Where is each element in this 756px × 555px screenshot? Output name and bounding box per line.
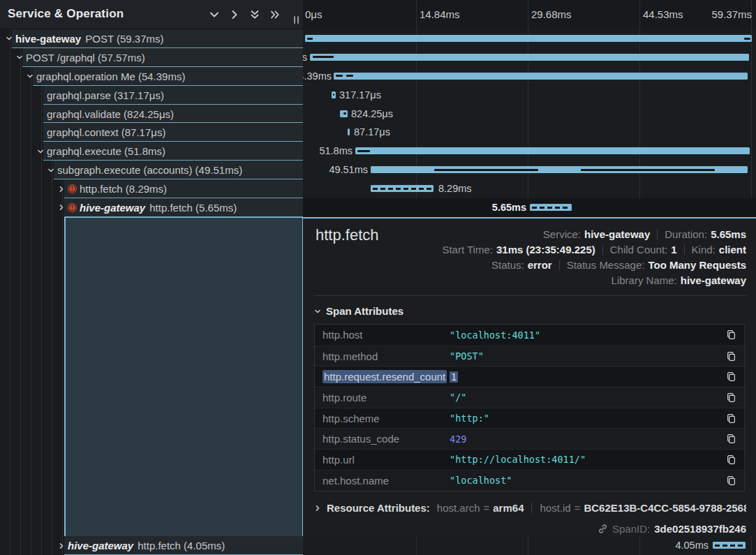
child-span-segment xyxy=(581,169,715,171)
span-duration-bar[interactable] xyxy=(305,35,752,42)
ruler-tick-label: 29.68ms xyxy=(531,8,572,20)
tree-span-row[interactable]: hive-gatewayPOST (59.37ms) xyxy=(0,29,303,48)
chevron-down-icon[interactable] xyxy=(16,54,26,61)
chevron-right-icon[interactable] xyxy=(58,542,68,549)
span-duration-bar[interactable] xyxy=(348,128,350,135)
tree-row-content: POST /graphql (57.57ms) xyxy=(16,48,145,67)
timeline-span-row[interactable]: 5.65ms xyxy=(303,198,756,217)
attribute-value: "POST" xyxy=(450,350,726,362)
timeline-rows: 57.57ms54.39ms317.17μs824.25μs87.17μs51.… xyxy=(303,29,756,217)
attribute-key: net.host.name xyxy=(323,475,448,487)
chevron-down-icon[interactable] xyxy=(6,35,15,42)
chevrons-down-icon[interactable] xyxy=(249,9,260,20)
meta-value: Too Many Requests xyxy=(648,259,746,271)
tree-span-row[interactable]: graphql.operation Me (54.39ms) xyxy=(0,67,303,86)
attribute-key: http.host xyxy=(323,329,448,341)
child-span-segment xyxy=(313,56,334,58)
attribute-key: http.method xyxy=(323,350,448,362)
meta-label: Kind: xyxy=(692,244,716,256)
span-detail-panel: http.fetch Service:hive-gatewayDuration:… xyxy=(303,217,756,536)
attribute-value: "localhost:4011" xyxy=(450,330,726,341)
resource-attributes-row[interactable]: Resource Attributes: host.arch=arm64host… xyxy=(314,502,746,514)
attribute-row[interactable]: http.host"localhost:4011" xyxy=(315,325,744,346)
tree-span-row[interactable]: POST /graphql (57.57ms) xyxy=(0,48,303,67)
span-duration-label: 57.57ms xyxy=(303,52,307,63)
copy-icon[interactable] xyxy=(726,392,736,403)
attribute-row[interactable]: net.host.name"localhost" xyxy=(315,470,744,491)
timeline-span-row[interactable]: 57.57ms xyxy=(303,48,756,67)
attribute-row[interactable]: http.route"/" xyxy=(315,387,744,408)
attribute-row[interactable]: http.method"POST" xyxy=(315,346,744,367)
copy-icon[interactable] xyxy=(726,351,736,362)
meta-divider xyxy=(602,244,603,255)
chevron-down-icon[interactable] xyxy=(47,167,57,174)
tree-span-row[interactable]: hive-gatewayhttp.fetch (4.05ms) xyxy=(0,536,303,555)
span-label: hive-gatewayhttp.fetch (4.05ms) xyxy=(68,540,225,552)
child-span-segment xyxy=(346,75,353,77)
tree-span-row[interactable]: subgraph.execute (accounts) (49.51ms) xyxy=(0,161,303,179)
attribute-value: "http://localhost:4011/" xyxy=(450,454,726,465)
attribute-value: 1 xyxy=(450,371,726,383)
chevron-down-icon xyxy=(314,308,321,315)
span-duration-bar[interactable] xyxy=(371,185,433,192)
copy-icon[interactable] xyxy=(726,330,736,340)
tree-span-row[interactable]: graphql.parse (317.17μs) xyxy=(0,86,303,105)
service-name: hive-gateway xyxy=(68,540,133,552)
timeline-span-row[interactable]: 49.51ms xyxy=(303,161,756,179)
resource-value: arm64 xyxy=(493,502,524,514)
span-meta: Service:hive-gatewayDuration:5.65msStart… xyxy=(442,226,746,288)
copy-icon[interactable] xyxy=(726,371,736,382)
chevron-down-icon[interactable] xyxy=(27,73,36,80)
error-icon xyxy=(68,203,80,212)
tree-span-row[interactable]: graphql.execute (51.8ms) xyxy=(0,142,303,161)
timeline-span-row[interactable] xyxy=(303,29,756,48)
span-duration-bar[interactable] xyxy=(713,542,746,549)
timeline-span-row[interactable]: 317.17μs xyxy=(303,86,756,105)
attribute-row[interactable]: http.status_code429 xyxy=(315,428,744,449)
timeline-span-row[interactable]: 51.8ms xyxy=(303,142,756,161)
selected-text: 1 xyxy=(450,371,458,383)
copy-icon[interactable] xyxy=(726,434,736,444)
chevron-right-icon[interactable] xyxy=(229,9,240,20)
tree-row-gutter xyxy=(0,161,54,179)
selected-span-expanded-region[interactable] xyxy=(64,217,303,536)
chevron-right-icon[interactable] xyxy=(58,186,68,193)
span-duration-label: 87.17μs xyxy=(354,126,390,138)
span-duration-bar[interactable] xyxy=(355,147,750,154)
attribute-row[interactable]: http.scheme"http:" xyxy=(315,408,744,429)
tree-span-row[interactable]: http.fetch (8.29ms) xyxy=(0,179,303,198)
timeline-span-row[interactable]: 824.25μs xyxy=(303,105,756,124)
timeline-span-row[interactable]: 54.39ms xyxy=(303,67,756,86)
copy-icon[interactable] xyxy=(726,454,736,465)
attribute-row[interactable]: http.url"http://localhost:4011/" xyxy=(315,449,744,470)
attribute-row[interactable]: http.request.resend_count1 xyxy=(315,366,744,387)
tree-span-row[interactable]: graphql.context (87.17μs) xyxy=(0,123,303,142)
chevron-down-icon[interactable] xyxy=(37,148,47,155)
copy-icon[interactable] xyxy=(726,475,736,486)
copy-icon[interactable] xyxy=(726,413,736,424)
timeline-span-row[interactable]: 87.17μs xyxy=(303,123,756,142)
span-attributes-header[interactable]: Span Attributes xyxy=(314,305,403,317)
child-span-segment xyxy=(434,169,538,171)
timeline-span-row[interactable]: 4.05ms xyxy=(303,536,756,555)
span-meta-line: Status:errorStatus Message:Too Many Requ… xyxy=(491,257,746,272)
span-label: POST /graphql (57.57ms) xyxy=(26,52,145,64)
child-span-segment xyxy=(333,94,334,96)
span-tree-bottom: hive-gatewayhttp.fetch (4.05ms) xyxy=(0,536,303,555)
timeline-span-row[interactable]: 8.29ms xyxy=(303,179,756,198)
span-duration-bar[interactable] xyxy=(530,204,572,211)
span-duration-bar[interactable] xyxy=(310,54,749,61)
chevrons-right-icon[interactable] xyxy=(269,9,281,20)
tree-span-row[interactable]: graphql.validate (824.25μs) xyxy=(0,105,303,124)
splitter-drag-handle[interactable] xyxy=(294,16,299,24)
span-id-value: 3de02518937fb246 xyxy=(654,523,746,535)
ruler-gridline xyxy=(528,0,528,29)
meta-value: 1 xyxy=(671,244,676,256)
span-label: http.fetch (8.29ms) xyxy=(80,183,167,195)
chevron-down-icon[interactable] xyxy=(209,9,220,20)
span-duration-bar[interactable] xyxy=(334,73,748,80)
tree-span-row[interactable]: hive-gatewayhttp.fetch (5.65ms) xyxy=(0,198,303,217)
chevron-right-icon[interactable] xyxy=(58,204,68,211)
link-icon[interactable] xyxy=(598,524,608,534)
meta-value: 31ms (23:35:49.225) xyxy=(496,244,595,256)
